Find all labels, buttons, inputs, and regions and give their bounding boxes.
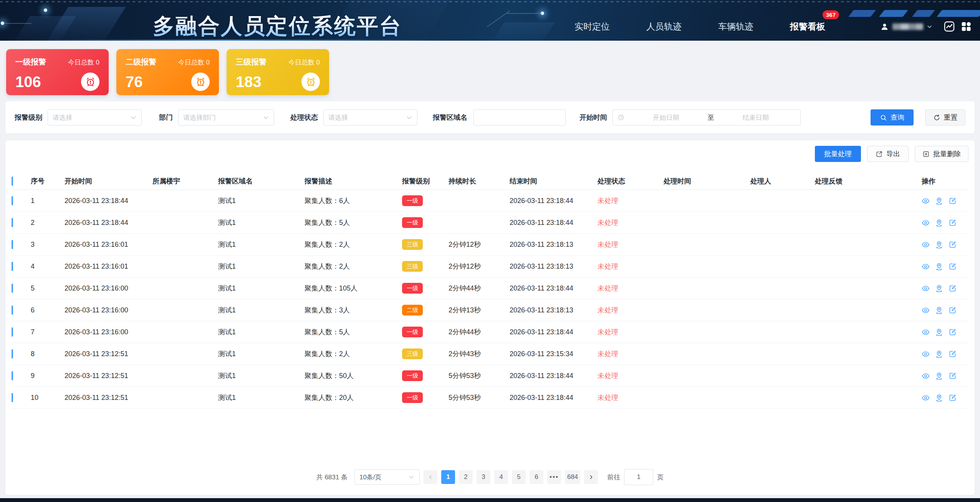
page-button[interactable]: 1 — [441, 470, 455, 484]
row-checkbox-cell — [12, 256, 31, 277]
table-row: 22026-03-11 23:18:44测试1聚集人数：5人一级2026-03-… — [12, 212, 968, 234]
view-icon[interactable] — [922, 284, 930, 292]
date-range-picker[interactable]: 开始日期 至 结束日期 — [612, 109, 801, 126]
locate-icon[interactable] — [935, 328, 943, 336]
row-checkbox[interactable] — [12, 284, 13, 293]
view-icon[interactable] — [922, 350, 930, 358]
nav-item-label: 实时定位 — [574, 21, 610, 31]
chevron-down-icon — [263, 114, 269, 121]
locate-icon[interactable] — [935, 241, 943, 249]
goto-page-input[interactable] — [624, 469, 653, 485]
department-select[interactable]: 请选择部门 — [178, 109, 274, 126]
card-top-row: 一级报警今日总数 0 — [15, 57, 99, 67]
locate-icon[interactable] — [935, 394, 943, 402]
view-icon[interactable] — [922, 328, 930, 336]
cell-end-time: 2026-03-11 23:18:44 — [510, 212, 598, 234]
decor-beam — [493, 22, 555, 41]
alarm-level-select[interactable]: 请选择 — [48, 109, 142, 126]
area-name-input[interactable] — [473, 109, 566, 126]
card-today-count: 今日总数 0 — [178, 58, 210, 67]
reset-button[interactable]: 重置 — [925, 109, 965, 126]
nav-item[interactable]: 车辆轨迹 — [718, 21, 753, 33]
edit-icon[interactable] — [949, 219, 957, 227]
edit-icon[interactable] — [949, 350, 957, 358]
prev-page-button[interactable]: ‹ — [424, 470, 437, 484]
locate-icon[interactable] — [935, 219, 943, 227]
user-menu[interactable] — [880, 22, 932, 31]
pagination-total: 共 6831 条 — [316, 473, 348, 482]
locate-icon[interactable] — [935, 197, 943, 205]
view-icon[interactable] — [922, 372, 930, 380]
view-icon[interactable] — [922, 263, 930, 271]
row-actions — [922, 328, 965, 336]
cell-no: 3 — [31, 234, 65, 256]
edit-icon[interactable] — [949, 394, 957, 402]
nav-item[interactable]: 人员轨迹 — [646, 21, 682, 33]
cell-building — [152, 277, 218, 299]
alarm-table: 序号开始时间所属楼宇报警区域名报警描述报警级别持续时长结束时间处理状态处理时间处… — [12, 173, 968, 409]
edit-icon[interactable] — [949, 328, 957, 336]
handle-status-select[interactable]: 请选择 — [323, 109, 417, 126]
card-count: 76 — [126, 74, 143, 89]
search-button[interactable]: 查询 — [871, 109, 914, 126]
row-checkbox[interactable] — [12, 240, 13, 249]
apps-grid-icon-button[interactable] — [958, 18, 975, 35]
row-checkbox[interactable] — [12, 196, 13, 205]
card-today-count: 今日总数 0 — [288, 58, 320, 67]
filter-panel: 报警级别 请选择 部门 请选择部门 处理状态 请选择 报警区域名 开始时间 开始… — [5, 101, 975, 134]
batch-process-button[interactable]: 批量处理 — [815, 146, 861, 162]
cell-description: 聚集人数：50人 — [305, 365, 402, 387]
row-checkbox[interactable] — [12, 371, 13, 380]
locate-icon[interactable] — [935, 263, 943, 271]
view-icon[interactable] — [922, 394, 930, 402]
page-button[interactable]: 3 — [477, 470, 490, 484]
cell-description: 聚集人数：105人 — [305, 277, 402, 299]
locate-icon[interactable] — [935, 306, 943, 314]
monitor-trend-icon-button[interactable] — [941, 18, 958, 35]
edit-icon[interactable] — [949, 372, 957, 380]
cell-level: 一级 — [402, 387, 449, 409]
edit-icon[interactable] — [949, 284, 957, 292]
edit-icon[interactable] — [949, 306, 957, 314]
row-checkbox[interactable] — [12, 327, 13, 337]
page-size-select[interactable]: 10条/页 — [354, 469, 420, 485]
page-button-last[interactable]: 684 — [565, 470, 580, 484]
header-checkbox-cell — [12, 173, 31, 190]
row-checkbox[interactable] — [12, 349, 13, 358]
cell-duration: 2分钟12秒 — [449, 256, 510, 277]
chevron-down-icon — [927, 24, 932, 30]
column-header: 处理状态 — [598, 173, 664, 190]
page-button[interactable]: 2 — [459, 470, 473, 484]
page-button[interactable]: 5 — [512, 470, 526, 484]
batch-delete-button[interactable]: 批量删除 — [915, 146, 968, 162]
edit-icon[interactable] — [949, 263, 957, 271]
locate-icon[interactable] — [935, 350, 943, 358]
next-page-button[interactable]: › — [584, 470, 598, 484]
page-button[interactable]: 6 — [530, 470, 543, 484]
column-header: 结束时间 — [510, 173, 598, 190]
cell-handle-time — [664, 234, 750, 256]
cell-start-time: 2026-03-11 23:18:44 — [65, 212, 152, 234]
cell-description: 聚集人数：5人 — [305, 212, 402, 234]
row-checkbox[interactable] — [12, 305, 13, 315]
edit-icon[interactable] — [949, 241, 957, 249]
cell-status: 未处理 — [598, 256, 664, 277]
export-button[interactable]: 导出 — [867, 146, 909, 162]
page-ellipsis-button[interactable]: ••• — [547, 470, 561, 484]
locate-icon[interactable] — [935, 372, 943, 380]
cell-area: 测试1 — [218, 190, 305, 212]
page-button[interactable]: 4 — [494, 470, 508, 484]
row-checkbox[interactable] — [12, 218, 13, 227]
cell-status: 未处理 — [598, 190, 664, 212]
view-icon[interactable] — [922, 219, 930, 227]
edit-icon[interactable] — [949, 197, 957, 205]
view-icon[interactable] — [922, 306, 930, 314]
locate-icon[interactable] — [935, 284, 943, 292]
select-all-checkbox[interactable] — [12, 177, 13, 186]
row-checkbox[interactable] — [12, 262, 13, 271]
nav-item[interactable]: 报警看板367 — [790, 21, 825, 33]
view-icon[interactable] — [922, 197, 930, 205]
nav-item[interactable]: 实时定位 — [574, 21, 610, 33]
view-icon[interactable] — [922, 241, 930, 249]
row-checkbox[interactable] — [12, 393, 13, 402]
